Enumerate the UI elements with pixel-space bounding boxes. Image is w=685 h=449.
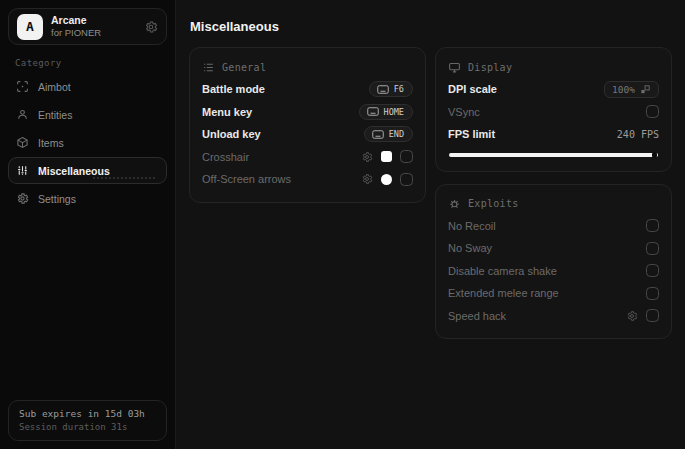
- gear-icon[interactable]: [361, 173, 373, 185]
- gear-icon[interactable]: [361, 151, 373, 163]
- sidebar: A Arcane for PIONER Category Aimbot Enti…: [0, 0, 176, 449]
- entities-icon: [16, 108, 29, 121]
- gear-icon: [16, 192, 29, 205]
- speed-hack-checkbox[interactable]: [646, 309, 659, 322]
- fps-limit-label: FPS limit: [448, 128, 495, 140]
- sidebar-item-settings[interactable]: Settings: [8, 185, 167, 212]
- exploits-panel-header: Exploits: [448, 193, 659, 215]
- fps-limit-row: FPS limit 240 FPS: [448, 123, 659, 146]
- dpi-scale-row: DPI scale 100%: [448, 78, 659, 101]
- menu-key-keybind[interactable]: HOME: [359, 104, 413, 120]
- fps-slider-fill: [449, 153, 658, 157]
- speed-hack-label: Speed hack: [448, 310, 506, 322]
- crosshair-checkbox[interactable]: [400, 150, 413, 163]
- extended-melee-range-row: Extended melee range: [448, 282, 659, 305]
- offscreen-arrows-checkbox[interactable]: [400, 173, 413, 186]
- no-sway-row: No Sway: [448, 237, 659, 260]
- sidebar-item-entities[interactable]: Entities: [8, 101, 167, 128]
- sidebar-item-label: Items: [38, 137, 64, 149]
- no-sway-label: No Sway: [448, 242, 492, 254]
- keyboard-icon: [367, 107, 379, 116]
- gear-icon[interactable]: [144, 20, 158, 34]
- vsync-label: VSync: [448, 106, 480, 118]
- disable-camera-shake-label: Disable camera shake: [448, 265, 557, 277]
- extended-melee-range-checkbox[interactable]: [646, 287, 659, 300]
- fps-slider-thumb[interactable]: [652, 152, 657, 157]
- app-logo: A: [17, 14, 43, 40]
- extended-melee-range-label: Extended melee range: [448, 287, 559, 299]
- sidebar-item-label: Settings: [38, 193, 76, 205]
- speed-hack-row: Speed hack: [448, 305, 659, 328]
- crosshair-color-swatch[interactable]: [381, 151, 392, 162]
- vsync-checkbox[interactable]: [646, 105, 659, 118]
- battle-mode-row: Battle mode F6: [202, 78, 413, 101]
- page-title: Miscellaneous: [190, 19, 672, 34]
- exploits-panel: Exploits No Recoil No Sway Disable camer…: [435, 184, 672, 340]
- sidebar-item-items[interactable]: Items: [8, 129, 167, 156]
- package-icon: [16, 136, 29, 149]
- general-panel: General Battle mode F6 Menu key: [189, 47, 426, 203]
- sidebar-nav: Aimbot Entities Items Miscellaneous Sett…: [8, 72, 167, 212]
- no-recoil-checkbox[interactable]: [646, 219, 659, 232]
- general-panel-header: General: [202, 56, 413, 78]
- battle-mode-keybind[interactable]: F6: [369, 81, 413, 97]
- unload-key-label: Unload key: [202, 128, 261, 140]
- right-column: Display DPI scale 100% VSync: [435, 47, 672, 339]
- sidebar-item-label: Aimbot: [38, 81, 71, 93]
- dpi-scale-label: DPI scale: [448, 83, 497, 95]
- sliders-icon: [16, 164, 29, 177]
- unload-key-row: Unload key END: [202, 123, 413, 146]
- session-duration-text: Session duration 31s: [19, 422, 156, 432]
- app-name: Arcane: [51, 14, 101, 27]
- app-card: A Arcane for PIONER: [8, 8, 167, 45]
- keyboard-icon: [372, 130, 384, 139]
- menu-key-row: Menu key HOME: [202, 101, 413, 124]
- monitor-icon: [448, 61, 461, 74]
- sidebar-item-miscellaneous[interactable]: Miscellaneous: [8, 157, 167, 184]
- subscription-card: Sub expires in 15d 03h Session duration …: [8, 400, 167, 441]
- layout-icon: [202, 61, 215, 74]
- vsync-row: VSync: [448, 101, 659, 124]
- sidebar-item-aimbot[interactable]: Aimbot: [8, 73, 167, 100]
- app-text: Arcane for PIONER: [51, 14, 101, 39]
- fps-limit-slider[interactable]: [449, 153, 658, 157]
- offscreen-arrows-row: Off-Screen arrows: [202, 168, 413, 191]
- fps-limit-value: 240 FPS: [617, 129, 659, 140]
- main-content: Miscellaneous General Battle mode: [176, 0, 685, 449]
- crosshair-label: Crosshair: [202, 151, 249, 163]
- disable-camera-shake-row: Disable camera shake: [448, 260, 659, 283]
- dpi-scale-select[interactable]: 100%: [604, 81, 659, 98]
- menu-key-label: Menu key: [202, 106, 252, 118]
- exploits-panel-title: Exploits: [468, 198, 519, 209]
- crosshair-row: Crosshair: [202, 146, 413, 169]
- no-recoil-label: No Recoil: [448, 220, 496, 232]
- sidebar-item-label: Entities: [38, 109, 72, 121]
- sub-expiry-text: Sub expires in 15d 03h: [19, 408, 156, 419]
- no-recoil-row: No Recoil: [448, 215, 659, 238]
- scale-icon: [640, 84, 651, 95]
- battle-mode-label: Battle mode: [202, 83, 265, 95]
- sidebar-item-label: Miscellaneous: [38, 165, 110, 177]
- no-sway-checkbox[interactable]: [646, 242, 659, 255]
- offscreen-arrows-label: Off-Screen arrows: [202, 173, 291, 185]
- category-label: Category: [15, 58, 160, 68]
- app-subtitle: for PIONER: [51, 27, 101, 39]
- crosshair-scan-icon: [16, 80, 29, 93]
- panel-columns: General Battle mode F6 Menu key: [189, 47, 672, 339]
- gear-icon[interactable]: [626, 310, 638, 322]
- display-panel-header: Display: [448, 56, 659, 78]
- general-panel-title: General: [222, 62, 266, 73]
- unload-key-keybind[interactable]: END: [364, 126, 413, 142]
- bug-icon: [448, 197, 461, 210]
- display-panel: Display DPI scale 100% VSync: [435, 47, 672, 172]
- left-column: General Battle mode F6 Menu key: [189, 47, 426, 203]
- display-panel-title: Display: [468, 62, 512, 73]
- offscreen-arrows-color-swatch[interactable]: [381, 174, 392, 185]
- disable-camera-shake-checkbox[interactable]: [646, 264, 659, 277]
- keyboard-icon: [377, 85, 389, 94]
